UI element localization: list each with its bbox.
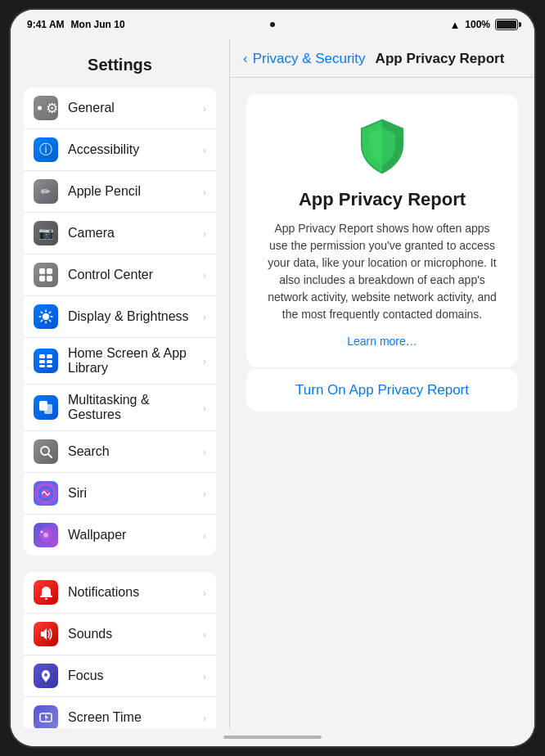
battery-fill — [497, 20, 516, 29]
svg-rect-16 — [39, 360, 45, 363]
svg-line-13 — [41, 320, 42, 321]
sidebar-item-multitasking[interactable]: Multitasking & Gestures › — [24, 385, 216, 431]
svg-rect-21 — [44, 404, 52, 414]
accessibility-label: Accessibility — [68, 142, 139, 157]
right-panel-title: App Privacy Report — [376, 51, 505, 67]
svg-point-29 — [44, 673, 47, 677]
camera-chevron: › — [203, 227, 206, 240]
general-icon: ⚙ — [34, 96, 58, 120]
learn-more-link[interactable]: Learn more… — [347, 335, 417, 348]
accessibility-icon: ⓘ — [34, 137, 58, 162]
sidebar-item-sounds[interactable]: Sounds › — [24, 614, 216, 655]
main-content: Settings ⚙ General › ⓘ Accessibility › — [11, 39, 534, 728]
card-title: App Privacy Report — [299, 189, 466, 210]
notifications-icon — [34, 580, 58, 605]
multitasking-icon — [34, 395, 58, 420]
back-arrow-icon[interactable]: ‹ — [243, 51, 248, 67]
sidebar-title: Settings — [24, 46, 216, 88]
sounds-chevron: › — [203, 628, 206, 641]
sidebar-item-screen-time[interactable]: Screen Time › — [24, 697, 216, 728]
sidebar-item-control-center[interactable]: Control Center › — [24, 254, 216, 296]
sidebar-item-focus[interactable]: Focus › — [24, 655, 216, 697]
svg-rect-4 — [47, 276, 52, 281]
time-display: 9:41 AM — [27, 19, 65, 30]
apple-pencil-chevron: › — [203, 186, 206, 198]
wifi-icon: ▲ — [449, 19, 460, 31]
siri-icon — [34, 481, 58, 506]
sounds-label: Sounds — [68, 627, 112, 641]
sidebar-item-camera[interactable]: 📷 Camera › — [24, 213, 216, 254]
status-bar-right: ▲ 100% — [449, 19, 518, 31]
screen-time-icon — [34, 705, 58, 728]
svg-rect-14 — [39, 354, 45, 358]
sidebar-item-home-screen[interactable]: Home Screen & App Library › — [24, 338, 216, 385]
svg-rect-18 — [39, 365, 45, 367]
siri-chevron: › — [203, 488, 206, 500]
wallpaper-chevron: › — [203, 529, 206, 542]
general-chevron: › — [203, 102, 206, 115]
sidebar-item-display-brightness[interactable]: Display & Brightness › — [24, 296, 216, 338]
screen-time-label: Screen Time — [68, 710, 142, 725]
svg-line-11 — [49, 320, 50, 321]
sidebar-item-siri[interactable]: Siri › — [24, 473, 216, 515]
privacy-report-card: App Privacy Report App Privacy Report sh… — [246, 94, 518, 367]
battery-label: 100% — [465, 19, 490, 30]
svg-rect-3 — [39, 276, 45, 281]
svg-line-23 — [48, 454, 52, 457]
focus-chevron: › — [203, 670, 206, 682]
right-panel: ‹ Privacy & Security App Privacy Report — [230, 39, 534, 728]
search-icon — [34, 439, 58, 464]
control-center-chevron: › — [203, 269, 206, 281]
camera-icon: 📷 — [34, 221, 58, 245]
shield-icon-wrapper — [353, 117, 412, 176]
camera-label: Camera — [68, 226, 115, 241]
camera-dot — [270, 22, 275, 27]
svg-point-5 — [43, 313, 49, 320]
notifications-label: Notifications — [68, 585, 139, 600]
sounds-icon — [34, 622, 58, 646]
turn-on-container: Turn On App Privacy Report — [246, 369, 518, 412]
multitasking-chevron: › — [203, 402, 206, 414]
svg-rect-19 — [47, 365, 52, 367]
svg-rect-2 — [47, 268, 52, 274]
svg-point-28 — [45, 598, 47, 601]
siri-label: Siri — [68, 486, 87, 501]
turn-on-button[interactable]: Turn On App Privacy Report — [295, 382, 469, 398]
date-display: Mon Jun 10 — [71, 19, 125, 30]
focus-icon — [34, 664, 58, 688]
sidebar-item-notifications[interactable]: Notifications › — [24, 572, 216, 614]
home-screen-icon — [34, 349, 58, 373]
accessibility-chevron: › — [203, 144, 206, 156]
settings-group-1: ⚙ General › ⓘ Accessibility › ✏ Apple Pe… — [24, 88, 216, 556]
home-screen-label: Home Screen & App Library — [68, 346, 193, 376]
sidebar-item-search[interactable]: Search › — [24, 431, 216, 473]
home-bar — [223, 736, 322, 739]
general-label: General — [68, 101, 115, 115]
home-indicator — [11, 728, 534, 746]
svg-rect-17 — [47, 360, 52, 363]
svg-line-10 — [41, 312, 42, 313]
sidebar-item-wallpaper[interactable]: Wallpaper › — [24, 515, 216, 556]
search-chevron: › — [203, 446, 206, 458]
sidebar-item-general[interactable]: ⚙ General › — [24, 88, 216, 129]
svg-rect-1 — [39, 268, 45, 274]
svg-point-27 — [41, 531, 43, 533]
notifications-chevron: › — [203, 587, 206, 599]
card-description: App Privacy Report shows how often apps … — [266, 220, 498, 323]
apple-pencil-label: Apple Pencil — [68, 184, 141, 199]
wallpaper-icon — [34, 523, 58, 547]
focus-label: Focus — [68, 668, 104, 683]
sidebar-item-accessibility[interactable]: ⓘ Accessibility › — [24, 129, 216, 171]
sidebar-item-apple-pencil[interactable]: ✏ Apple Pencil › — [24, 171, 216, 213]
breadcrumb-parent[interactable]: Privacy & Security — [253, 51, 366, 67]
sidebar: Settings ⚙ General › ⓘ Accessibility › — [11, 39, 230, 728]
display-brightness-icon — [34, 304, 58, 329]
wallpaper-label: Wallpaper — [68, 528, 126, 542]
multitasking-label: Multitasking & Gestures — [68, 393, 193, 422]
right-body: App Privacy Report App Privacy Report sh… — [230, 78, 534, 728]
home-screen-chevron: › — [203, 355, 206, 367]
status-bar-left: 9:41 AM Mon Jun 10 — [27, 19, 125, 30]
ipad-frame: 9:41 AM Mon Jun 10 ▲ 100% Settings ⚙ — [11, 10, 534, 746]
search-label: Search — [68, 444, 110, 459]
svg-line-12 — [49, 312, 50, 313]
